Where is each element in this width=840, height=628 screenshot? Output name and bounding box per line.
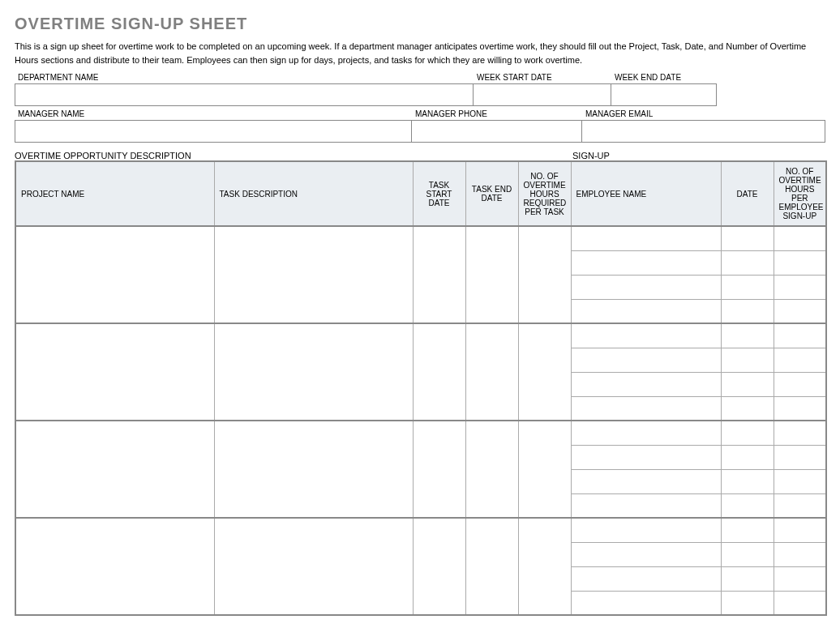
col-hours-required: NO. OF OVERTIME HOURS REQUIRED PER TASK (518, 161, 571, 226)
cell-date[interactable] (721, 299, 774, 323)
cell-date[interactable] (721, 518, 774, 542)
col-hours-per-signup: NO. OF OVERTIME HOURS PER EMPLOYEE SIGN-… (774, 161, 826, 226)
cell-hours[interactable] (774, 493, 826, 518)
cell-project[interactable] (15, 421, 214, 518)
label-department-name: DEPARTMENT NAME (15, 71, 474, 83)
cell-project[interactable] (15, 323, 214, 421)
cell-employee[interactable] (571, 226, 721, 250)
cell-task-end[interactable] (465, 323, 518, 421)
cell-hours[interactable] (774, 518, 826, 542)
cell-hours[interactable] (774, 226, 826, 250)
cell-task[interactable] (214, 226, 413, 323)
cell-task-start[interactable] (413, 323, 465, 421)
table-row (15, 323, 826, 348)
input-manager-phone[interactable] (412, 120, 582, 143)
cell-task-end[interactable] (465, 226, 518, 323)
col-date: DATE (721, 161, 774, 226)
cell-employee[interactable] (571, 493, 721, 518)
label-week-end: WEEK END DATE (611, 71, 717, 83)
cell-task-end[interactable] (465, 421, 518, 518)
col-task-start: TASK START DATE (413, 161, 465, 226)
cell-hours[interactable] (774, 445, 826, 469)
cell-employee[interactable] (571, 518, 721, 542)
cell-employee[interactable] (571, 275, 721, 299)
cell-date[interactable] (721, 469, 774, 493)
cell-task-end[interactable] (465, 518, 518, 615)
input-week-end[interactable] (611, 83, 717, 106)
cell-employee[interactable] (571, 299, 721, 323)
cell-hours[interactable] (774, 323, 826, 348)
cell-hours-required[interactable] (518, 323, 571, 421)
cell-hours[interactable] (774, 299, 826, 323)
table-row (15, 421, 826, 445)
cell-hours[interactable] (774, 566, 826, 591)
col-task-end: TASK END DATE (465, 161, 518, 226)
cell-employee[interactable] (571, 250, 721, 275)
table-row (15, 226, 826, 250)
cell-hours[interactable] (774, 542, 826, 566)
cell-employee[interactable] (571, 591, 721, 615)
cell-date[interactable] (721, 348, 774, 372)
input-week-start[interactable] (474, 83, 611, 106)
section-label-signup: SIGN-UP (572, 151, 825, 160)
input-manager-email[interactable] (582, 120, 825, 143)
input-manager-name[interactable] (15, 120, 412, 143)
cell-hours[interactable] (774, 396, 826, 421)
cell-date[interactable] (721, 275, 774, 299)
label-manager-phone: MANAGER PHONE (412, 108, 582, 120)
cell-date[interactable] (721, 493, 774, 518)
col-project: PROJECT NAME (15, 161, 214, 226)
cell-date[interactable] (721, 542, 774, 566)
cell-employee[interactable] (571, 542, 721, 566)
cell-hours-required[interactable] (518, 421, 571, 518)
cell-employee[interactable] (571, 566, 721, 591)
cell-task[interactable] (214, 421, 413, 518)
col-employee: EMPLOYEE NAME (571, 161, 721, 226)
page-title: OVERTIME SIGN-UP SHEET (15, 15, 825, 33)
cell-hours[interactable] (774, 591, 826, 615)
cell-hours[interactable] (774, 372, 826, 396)
cell-employee[interactable] (571, 323, 721, 348)
section-label-opportunity: OVERTIME OPPORTUNITY DESCRIPTION (15, 151, 572, 160)
cell-employee[interactable] (571, 421, 721, 445)
cell-date[interactable] (721, 323, 774, 348)
cell-hours[interactable] (774, 421, 826, 445)
cell-task[interactable] (214, 518, 413, 615)
cell-date[interactable] (721, 445, 774, 469)
cell-employee[interactable] (571, 469, 721, 493)
cell-hours[interactable] (774, 250, 826, 275)
cell-employee[interactable] (571, 445, 721, 469)
cell-employee[interactable] (571, 372, 721, 396)
cell-hours[interactable] (774, 469, 826, 493)
cell-project[interactable] (15, 518, 214, 615)
table-row (15, 518, 826, 542)
cell-task-start[interactable] (413, 421, 465, 518)
cell-date[interactable] (721, 566, 774, 591)
cell-hours-required[interactable] (518, 226, 571, 323)
cell-task[interactable] (214, 323, 413, 421)
cell-employee[interactable] (571, 396, 721, 421)
cell-date[interactable] (721, 591, 774, 615)
overtime-table: PROJECT NAME TASK DESCRIPTION TASK START… (15, 160, 827, 616)
cell-date[interactable] (721, 250, 774, 275)
cell-date[interactable] (721, 226, 774, 250)
cell-hours[interactable] (774, 275, 826, 299)
cell-project[interactable] (15, 226, 214, 323)
cell-date[interactable] (721, 372, 774, 396)
cell-date[interactable] (721, 396, 774, 421)
label-week-start: WEEK START DATE (474, 71, 611, 83)
input-department-name[interactable] (15, 83, 474, 106)
cell-date[interactable] (721, 421, 774, 445)
cell-task-start[interactable] (413, 226, 465, 323)
label-manager-email: MANAGER EMAIL (582, 108, 825, 120)
cell-hours[interactable] (774, 348, 826, 372)
intro-text: This is a sign up sheet for overtime wor… (15, 40, 825, 66)
cell-hours-required[interactable] (518, 518, 571, 615)
cell-employee[interactable] (571, 348, 721, 372)
label-manager-name: MANAGER NAME (15, 108, 412, 120)
cell-task-start[interactable] (413, 518, 465, 615)
col-task: TASK DESCRIPTION (214, 161, 413, 226)
